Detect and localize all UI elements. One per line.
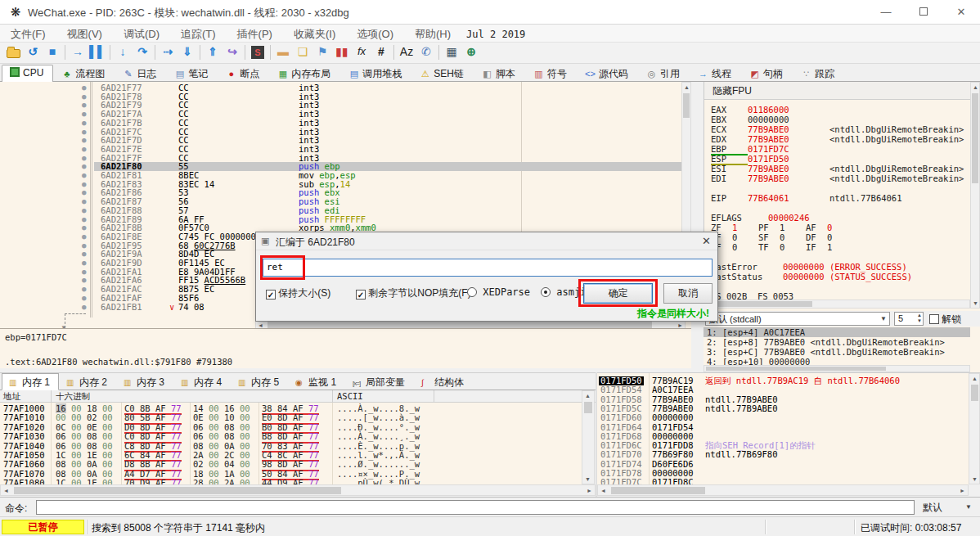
scroll-left-icon[interactable]: ◄ xyxy=(599,486,608,495)
minimize-button[interactable]: — xyxy=(867,0,905,25)
bookmarks-icon[interactable]: ▮▮ xyxy=(332,43,352,62)
tab-局部变量[interactable]: [x=]局部变量 xyxy=(345,373,414,390)
tab-脚本[interactable]: ◧脚本 xyxy=(474,65,525,82)
tab-内存 3[interactable]: ▥内存 3 xyxy=(116,373,173,390)
stack-hscrollbar[interactable]: ◄ ► xyxy=(597,484,969,496)
breakpoint-dot-icon[interactable]: ● xyxy=(82,145,86,154)
tab-CPU[interactable]: CPU xyxy=(2,65,53,83)
tab-日志[interactable]: ✎日志 xyxy=(115,65,166,82)
stack-row[interactable]: 0171FD54A0C17EEA xyxy=(597,385,969,394)
register-row[interactable]: EFLAGS00000246 xyxy=(711,213,973,223)
unlock-checkbox[interactable]: 解锁 xyxy=(929,313,961,327)
hide-fpu-button[interactable]: 隐藏FPU xyxy=(704,82,971,100)
scroll-right-icon[interactable]: ► xyxy=(958,486,967,495)
pause-icon[interactable]: ▌▌ xyxy=(88,43,107,62)
tab-SEH链[interactable]: ⚠SEH链 xyxy=(411,65,474,82)
argument-row[interactable]: 2: [esp+8] 77B9ABE0 <ntdll.DbgUiRemoteBr… xyxy=(704,337,970,347)
memory-row[interactable]: 77AF10801C 00 1E 0070 D9 AF 7728 00 2A 0… xyxy=(0,479,582,484)
tab-流程图[interactable]: ♣流程图 xyxy=(53,65,115,82)
memory-hscrollbar[interactable]: ◄ ► xyxy=(0,484,596,496)
stack-row[interactable]: 0171FD6000000000 xyxy=(597,413,969,422)
menu-item-6[interactable]: 选项(O) xyxy=(346,25,404,44)
scroll-right-icon[interactable]: ► xyxy=(676,321,685,328)
arguments-hscrollbar[interactable] xyxy=(704,365,970,372)
breakpoint-dot-icon[interactable]: ● xyxy=(82,154,86,163)
step-over-icon[interactable]: ↷ xyxy=(133,43,152,62)
breakpoint-dot-icon[interactable]: ● xyxy=(82,276,86,285)
register-row[interactable]: EDX77B9ABE0<ntdll.DbgUiRemoteBreakin> xyxy=(711,134,973,144)
breakpoint-dot-icon[interactable]: ● xyxy=(82,250,86,259)
scroll-up-icon[interactable]: ▲ xyxy=(682,83,691,92)
menu-item-0[interactable]: 文件(F) xyxy=(0,25,56,44)
breakpoint-dot-icon[interactable]: ● xyxy=(82,136,86,145)
command-profile-select[interactable]: 默认 ▼ xyxy=(919,500,973,515)
scroll-up-icon[interactable]: ▲ xyxy=(583,391,592,400)
scroll-up-icon[interactable]: ▲ xyxy=(971,83,980,92)
hash-icon[interactable]: # xyxy=(371,43,391,62)
breakpoint-dot-icon[interactable]: ● xyxy=(82,171,86,180)
stack-view[interactable]: 0171FD5077B9AC19返回到 ntdll.77B9AC19 自 ntd… xyxy=(597,372,980,484)
menu-item-1[interactable]: 视图(V) xyxy=(56,25,113,44)
calculator-icon[interactable]: ▦ xyxy=(442,43,461,62)
argument-row[interactable]: 1: [esp+4] A0C17EEA xyxy=(704,327,970,337)
step-user-icon[interactable]: ↪ xyxy=(223,43,242,62)
register-row[interactable]: ZF1PF1AF0 xyxy=(711,223,973,232)
command-input[interactable] xyxy=(36,500,915,515)
register-row[interactable] xyxy=(711,183,973,193)
tab-内存 2[interactable]: ▥内存 2 xyxy=(59,373,116,390)
scroll-left-icon[interactable]: ◄ xyxy=(2,486,11,495)
stack-vscrollbar[interactable]: ▲ ▼ xyxy=(969,373,980,484)
register-row[interactable]: EAX01186000 xyxy=(711,105,973,115)
execute-till-return-icon[interactable]: ⇓ xyxy=(178,43,197,62)
tab-句柄[interactable]: ◩句柄 xyxy=(741,65,793,82)
breakpoint-dot-icon[interactable]: ● xyxy=(82,180,86,189)
memory-dump-view[interactable]: 77AF100016 00 18 00C0 8B AF 7714 00 16 0… xyxy=(0,403,582,484)
tab-调用堆栈[interactable]: ▤调用堆栈 xyxy=(340,65,411,82)
register-row[interactable] xyxy=(711,203,973,213)
register-row[interactable]: OF0SF0DF0 xyxy=(711,232,973,242)
breakpoint-dot-icon[interactable]: ● xyxy=(82,128,86,137)
patches-icon[interactable]: ▬ xyxy=(273,43,293,62)
open-file-icon[interactable] xyxy=(3,43,23,62)
breakpoint-dot-icon[interactable]: ● xyxy=(82,110,86,119)
tab-结构体[interactable]: ∫结构体 xyxy=(414,373,473,390)
breakpoint-dot-icon[interactable]: ● xyxy=(82,303,86,312)
breakpoint-dot-icon[interactable]: ● xyxy=(82,92,86,101)
tab-断点[interactable]: ●断点 xyxy=(218,65,269,82)
spinner-arrows-icon[interactable]: ▲▼ xyxy=(917,313,922,324)
argument-depth-stepper[interactable]: 5 ▲▼ xyxy=(894,312,924,326)
assemble-instruction-input[interactable]: ret xyxy=(263,259,713,277)
run-to-user-code-icon[interactable]: ⇑ xyxy=(203,43,223,62)
stack-row[interactable]: 0171FD7C0171FD8C xyxy=(597,478,969,484)
calling-convention-select[interactable]: 默认 (stdcall) ▼ xyxy=(705,312,890,326)
run-to-selection-icon[interactable]: ⇢ xyxy=(158,43,178,62)
tab-符号[interactable]: ▥符号 xyxy=(525,65,577,82)
case-icon[interactable]: Az xyxy=(397,43,416,62)
cancel-button[interactable]: 取消 xyxy=(663,283,713,304)
functions-icon[interactable]: fx xyxy=(352,43,371,62)
scroll-right-icon[interactable]: ► xyxy=(585,486,594,495)
tab-监视 1[interactable]: ◉监视 1 xyxy=(288,373,345,390)
breakpoint-dot-icon[interactable]: ● xyxy=(82,215,86,224)
keep-size-checkbox[interactable]: ✓ 保持大小(S) xyxy=(266,286,330,300)
close-button[interactable]: ✕ xyxy=(942,0,980,25)
run-icon[interactable]: → xyxy=(68,43,88,62)
register-row[interactable]: EBP0171FD7C xyxy=(711,144,973,154)
argument-row[interactable]: 4: [esp+10] 00000000 xyxy=(704,357,970,365)
tab-跟踪[interactable]: ∵跟踪 xyxy=(793,65,844,82)
register-row[interactable]: LastStatus00000000 (STATUS_SUCCESS) xyxy=(711,272,973,282)
menu-item-5[interactable]: 收藏夹(I) xyxy=(283,25,346,44)
breakpoint-dot-icon[interactable]: ● xyxy=(82,119,86,128)
breakpoint-dot-icon[interactable]: ● xyxy=(82,232,86,241)
menu-item-7[interactable]: 帮助(H) xyxy=(404,25,461,44)
breakpoint-dot-icon[interactable]: ● xyxy=(82,294,86,303)
registers-vscrollbar[interactable]: ▲ ▼ xyxy=(970,82,980,309)
xedparse-radio[interactable]: XEDParse xyxy=(467,286,530,298)
menu-item-3[interactable]: 追踪(T) xyxy=(170,25,227,44)
stack-row[interactable]: 0171FD7077B69F80ntdll.77B69F80 xyxy=(597,450,969,459)
register-row[interactable]: EBX00000000 xyxy=(711,115,973,124)
strings-icon[interactable]: S xyxy=(248,43,267,62)
dialog-close-icon[interactable]: ✕ xyxy=(702,235,711,247)
step-into-icon[interactable]: ↓ xyxy=(113,43,133,62)
restart-icon[interactable]: ↺ xyxy=(23,43,43,62)
